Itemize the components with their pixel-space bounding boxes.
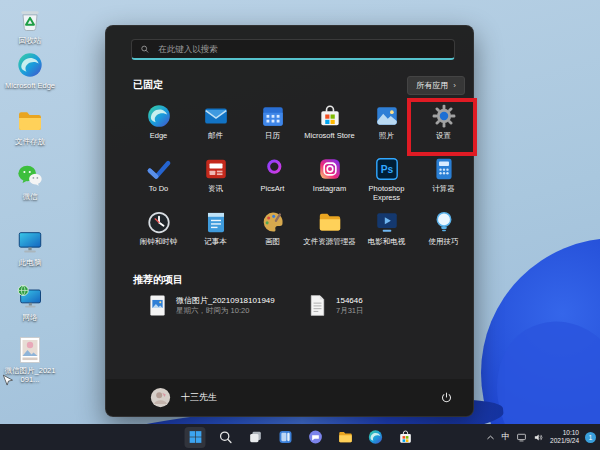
- search-input[interactable]: [156, 43, 446, 55]
- instagram-icon: [317, 156, 343, 182]
- taskbar-search-button[interactable]: [215, 427, 236, 448]
- alarms-icon: [146, 209, 172, 235]
- tips-icon: [431, 209, 457, 235]
- network-icon: [16, 283, 44, 311]
- user-account-button[interactable]: 十三先生: [150, 387, 217, 408]
- search-box[interactable]: [131, 39, 455, 60]
- recommended-item-subtitle: 7月31日: [336, 306, 364, 316]
- app-movies-tv[interactable]: 电影和电视: [358, 206, 415, 259]
- app-file-explorer[interactable]: 文件资源管理器: [301, 206, 358, 259]
- app-edge[interactable]: Edge: [130, 100, 187, 153]
- clock[interactable]: 10:10 2021/9/24: [550, 429, 579, 446]
- file-explorer-icon: [317, 209, 343, 235]
- taskbar-store-button[interactable]: [395, 427, 416, 448]
- tray-date: 2021/9/24: [550, 437, 579, 445]
- taskbar-edge-button[interactable]: [365, 427, 386, 448]
- chevron-right-icon: ›: [453, 81, 456, 90]
- tray-time: 10:10: [563, 429, 579, 437]
- all-apps-label: 所有应用: [416, 80, 448, 91]
- start-icon: [187, 429, 203, 445]
- app-instagram[interactable]: Instagram: [301, 153, 358, 206]
- recommended-item-document[interactable]: 1546467月31日: [308, 294, 468, 317]
- taskbar-task-view-button[interactable]: [245, 427, 266, 448]
- recycle-bin-icon: [16, 6, 44, 34]
- mail-icon: [203, 103, 229, 129]
- desktop-icon-label: 微信: [23, 192, 38, 201]
- app-notepad[interactable]: 记事本: [187, 206, 244, 259]
- app-mail[interactable]: 邮件: [187, 100, 244, 153]
- desktop-icon-label: 文件存放: [15, 137, 45, 146]
- start-menu: 已固定 所有应用 › Edge邮件日历Microsoft Store照片设置To…: [105, 25, 474, 417]
- user-bar: 十三先生: [106, 379, 473, 416]
- desktop-icon-wechat[interactable]: 微信: [4, 162, 56, 201]
- recommended-items: 微信图片_20210918101949星期六，时间为 10:201546467月…: [148, 294, 468, 317]
- taskbar-file-explorer-button[interactable]: [335, 427, 356, 448]
- taskbar-start-button[interactable]: [185, 427, 206, 448]
- desktop-icon-label: 此电脑: [19, 258, 42, 267]
- app-label: Microsoft Store: [304, 132, 354, 141]
- app-news[interactable]: 资讯: [187, 153, 244, 206]
- app-todo[interactable]: To Do: [130, 153, 187, 206]
- recommended-item-image-file[interactable]: 微信图片_20210918101949星期六，时间为 10:20: [148, 294, 308, 317]
- taskbar-buttons: [185, 427, 416, 448]
- desktop-icon-folder[interactable]: 文件存放: [4, 107, 56, 146]
- picsart-icon: [260, 156, 286, 182]
- taskbar-chat-button[interactable]: [305, 427, 326, 448]
- network-tray-icon[interactable]: [516, 432, 527, 443]
- store-icon: [397, 429, 413, 445]
- chevron-up-icon[interactable]: [485, 432, 496, 443]
- desktop-icon-label: Microsoft Edge: [5, 81, 55, 90]
- image-thumbnail-icon: [16, 336, 44, 364]
- calculator-icon: [431, 156, 457, 182]
- recommended-item-title: 微信图片_20210918101949: [176, 295, 275, 306]
- movies-tv-icon: [374, 209, 400, 235]
- notepad-icon: [203, 209, 229, 235]
- desktop: 回收站Microsoft Edge文件存放微信此电脑网络微信图片_2021091…: [0, 0, 600, 450]
- app-paint[interactable]: 画图: [244, 206, 301, 259]
- mouse-cursor: [1, 374, 15, 388]
- user-name: 十三先生: [181, 391, 217, 404]
- app-label: Photoshop Express: [358, 185, 415, 202]
- search-icon: [140, 44, 149, 54]
- app-picsart[interactable]: PicsArt: [244, 153, 301, 206]
- ps-express-icon: Ps: [374, 156, 400, 182]
- app-ps-express[interactable]: PsPhotoshop Express: [358, 153, 415, 206]
- widgets-icon: [277, 429, 293, 445]
- paint-icon: [260, 209, 286, 235]
- taskbar-widgets-button[interactable]: [275, 427, 296, 448]
- edge-icon: [16, 51, 44, 79]
- app-store[interactable]: Microsoft Store: [301, 100, 358, 153]
- calendar-icon: [260, 103, 286, 129]
- app-calculator[interactable]: 计算器: [415, 153, 472, 206]
- notification-badge[interactable]: 1: [585, 432, 596, 443]
- image-file-icon: [148, 294, 167, 317]
- system-tray: 中 10:10 2021/9/24 1: [485, 424, 596, 450]
- store-icon: [317, 103, 343, 129]
- avatar: [150, 387, 171, 408]
- pinned-title: 已固定: [133, 78, 163, 92]
- desktop-icon-this-pc[interactable]: 此电脑: [4, 228, 56, 267]
- desktop-icon-label: 网络: [23, 313, 38, 322]
- desktop-icon-edge[interactable]: Microsoft Edge: [4, 51, 56, 90]
- app-label: To Do: [149, 185, 169, 194]
- app-label: 照片: [379, 132, 394, 141]
- app-label: Instagram: [313, 185, 346, 194]
- all-apps-button[interactable]: 所有应用 ›: [407, 76, 465, 95]
- volume-icon[interactable]: [533, 432, 544, 443]
- power-button[interactable]: [435, 387, 457, 409]
- document-icon: [308, 294, 327, 317]
- edge-icon: [367, 429, 383, 445]
- todo-icon: [146, 156, 172, 182]
- app-label: 邮件: [208, 132, 223, 141]
- app-alarms[interactable]: 闹钟和时钟: [130, 206, 187, 259]
- desktop-icon-network[interactable]: 网络: [4, 283, 56, 322]
- app-label: 使用技巧: [429, 238, 459, 247]
- app-label: 画图: [265, 238, 280, 247]
- recommended-item-subtitle: 星期六，时间为 10:20: [176, 306, 275, 316]
- ime-indicator[interactable]: 中: [502, 431, 511, 443]
- desktop-icon-recycle-bin[interactable]: 回收站: [4, 6, 56, 45]
- app-label: PicsArt: [261, 185, 285, 194]
- app-calendar[interactable]: 日历: [244, 100, 301, 153]
- svg-text:Ps: Ps: [380, 164, 393, 175]
- app-tips[interactable]: 使用技巧: [415, 206, 472, 259]
